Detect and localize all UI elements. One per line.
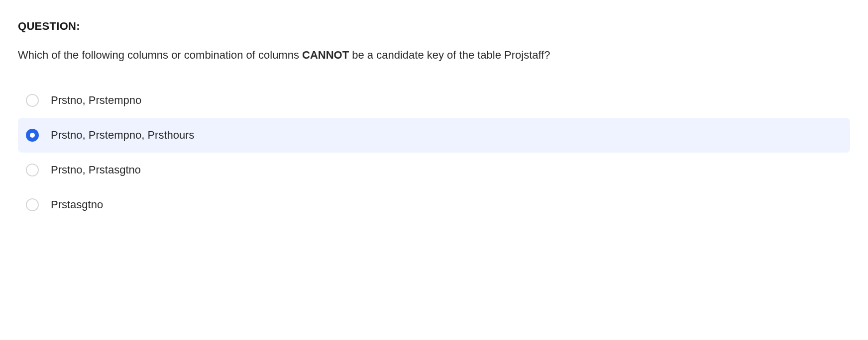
question-bold: CANNOT bbox=[302, 49, 349, 61]
question-text: Which of the following columns or combin… bbox=[18, 47, 850, 63]
question-header: QUESTION: bbox=[18, 20, 850, 33]
radio-icon bbox=[26, 198, 39, 211]
option-label: Prstasgtno bbox=[51, 198, 103, 211]
radio-icon bbox=[26, 129, 39, 142]
option-2[interactable]: Prstno, Prstasgtno bbox=[18, 153, 850, 187]
option-label: Prstno, Prstempno bbox=[51, 94, 141, 107]
question-prefix: Which of the following columns or combin… bbox=[18, 49, 302, 61]
question-header-text: QUESTION bbox=[18, 20, 76, 32]
question-suffix: be a candidate key of the table Projstaf… bbox=[349, 49, 550, 61]
options-list: Prstno, Prstempno Prstno, Prstempno, Prs… bbox=[18, 83, 850, 222]
option-label: Prstno, Prstasgtno bbox=[51, 164, 141, 176]
radio-icon bbox=[26, 94, 39, 107]
question-block: QUESTION: Which of the following columns… bbox=[18, 20, 850, 222]
option-1[interactable]: Prstno, Prstempno, Prsthours bbox=[18, 118, 850, 153]
option-label: Prstno, Prstempno, Prsthours bbox=[51, 129, 195, 142]
option-3[interactable]: Prstasgtno bbox=[18, 187, 850, 222]
option-0[interactable]: Prstno, Prstempno bbox=[18, 83, 850, 118]
radio-icon bbox=[26, 164, 39, 176]
